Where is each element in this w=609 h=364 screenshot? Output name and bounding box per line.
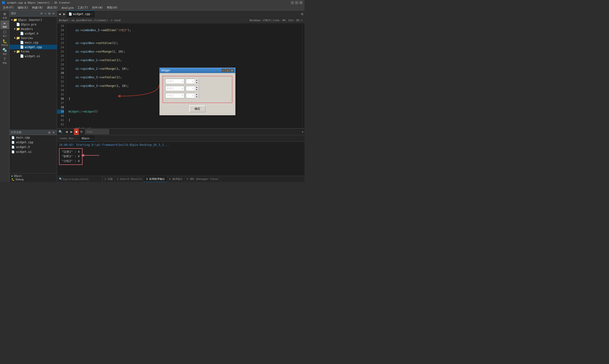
widget-row-1: 汉堡1 ▾ 4 ▲ ▼ — [165, 79, 230, 84]
tab-qspin[interactable]: QSpin ✕ — [79, 135, 95, 142]
widget-minimize-btn[interactable]: ─ — [221, 69, 225, 72]
menu-file[interactable]: 文件(F) — [1, 5, 16, 10]
bottom-panel-toolbar: 🔍 ◀ ▶ ■ ⚙ + — [57, 129, 305, 135]
open-doc-widget-ui[interactable]: 📄 widget.ui — [10, 149, 57, 154]
qspin-nav-item[interactable]: ▶ QSpin — [12, 174, 22, 178]
qspin-tab-close[interactable]: ✕ — [91, 137, 92, 140]
output-snack: "小吃2" : 4 — [62, 159, 80, 163]
bottom-status-tabs: 🔍 1 问题 2 Search Results 3 应用程序输出 4 编译输出 … — [57, 176, 305, 182]
minimize-button[interactable]: ─ — [291, 1, 294, 4]
editor-tab-widget-cpp[interactable]: 📄 widget.cpp ✕ — [67, 11, 95, 17]
open-doc-widget-h[interactable]: 📄 widget.h — [10, 145, 57, 149]
widget-combo-2[interactable]: 饮料1 ▾ — [165, 86, 184, 91]
tree-item-qspin-root[interactable]: ▼ 📁 QSpin [master] — [10, 18, 57, 22]
spin-3-down[interactable]: ▼ — [195, 96, 199, 98]
menu-build[interactable]: 构建(B) — [30, 5, 45, 10]
widget-combo-1[interactable]: 汉堡1 ▾ — [165, 79, 184, 84]
status-tab-qml[interactable]: 5 QML Debugger Conso — [185, 176, 220, 182]
menu-edit[interactable]: 编辑(E) — [16, 5, 30, 10]
expand-icon[interactable]: ⤢ — [300, 19, 303, 22]
sidebar-header: 项目 ⟳ + ⧉ ✕ — [10, 11, 57, 17]
tree-item-headers[interactable]: ▼ 📁 Headers — [10, 27, 57, 31]
tree-item-sources[interactable]: ▼ 📁 Sources — [10, 36, 57, 40]
tree-item-widget-ui[interactable]: 📄 widget.ui — [10, 54, 57, 58]
activity-welcome[interactable]: ⊞ 欢迎 — [0, 12, 9, 20]
code-scrollbar[interactable] — [302, 23, 305, 128]
debug-nav-item[interactable]: 🐛 Debug — [12, 178, 24, 181]
tree-item-forms[interactable]: ▼ 📁 Forms — [10, 49, 57, 54]
widget-row-2: 饮料1 ▾ 4 ▲ ▼ — [165, 86, 230, 91]
tab-close-btn[interactable]: ✕ — [91, 13, 92, 15]
open-doc-widget-cpp[interactable]: 📄 widget.cpp — [10, 140, 57, 145]
tab-combo-box[interactable]: Combo_Box ✕ — [57, 135, 79, 142]
menu-help[interactable]: 帮助(H) — [105, 5, 120, 10]
tree-item-main-cpp[interactable]: 📄 main.cpp — [10, 40, 57, 45]
activity-help[interactable]: ? 帮助 — [0, 57, 9, 65]
title-bar: 🟦 widget.cpp @ QSpin [master] - Qt Creat… — [0, 0, 305, 5]
activity-edit[interactable]: ✏ 编辑 — [0, 20, 9, 29]
tree-item-qspin-pro[interactable]: 📄 QSpin.pro — [10, 22, 57, 27]
sidebar-sync-btn[interactable]: ⟳ — [40, 12, 43, 15]
bottom-toolbar-prev[interactable]: ◀ — [64, 129, 69, 135]
debug-icon-nav: 🐛 — [12, 178, 15, 181]
activity-debug[interactable]: 🐛 Debug — [0, 39, 9, 47]
tab-icon: 📄 — [68, 12, 72, 16]
open-docs-split-btn[interactable]: ⧉ — [48, 130, 51, 134]
widget-close-btn[interactable]: ✕ — [230, 69, 234, 72]
doc-icon: 📄 — [12, 150, 15, 154]
menu-analyze[interactable]: Analyze — [60, 6, 76, 10]
widget-combo-3[interactable]: 小吃2 ▾ — [165, 93, 184, 98]
widget-maximize-btn[interactable]: □ — [226, 69, 230, 72]
bottom-toolbar-next[interactable]: ▶ — [69, 129, 74, 135]
activity-design[interactable]: ⬡ 设计 — [0, 29, 9, 38]
help-icon: ? — [4, 57, 6, 61]
bottom-toolbar-settings[interactable]: ⚙ — [79, 129, 84, 135]
status-tab-compile[interactable]: 4 编译输出 — [167, 176, 185, 182]
tab-back-btn[interactable]: ◀ — [57, 11, 62, 17]
activity-bar: ⊞ 欢迎 ✏ 编辑 ⬡ 设计 🐛 Debug 🔩 项目 ? 帮助 — [0, 11, 10, 182]
menu-controls[interactable]: 控件(W) — [90, 5, 105, 10]
sidebar-title: 项目 — [11, 12, 16, 15]
doc-icon: 📄 — [12, 136, 15, 139]
output-highlight-box: "汉堡1" : 4 "饮料1" : 4 "小吃2" : 4 — [59, 148, 83, 165]
spin-1-up[interactable]: ▲ — [195, 79, 199, 81]
maximize-button[interactable]: □ — [295, 1, 298, 4]
tree-item-widget-h[interactable]: 📄 widget.h — [10, 31, 57, 36]
bottom-toolbar-search[interactable]: 🔍 — [57, 129, 64, 135]
activity-edit-label: 编辑 — [3, 26, 7, 28]
menu-debug[interactable]: 调试(D) — [45, 5, 60, 10]
tab-split-btn[interactable]: ⧉ — [300, 11, 305, 17]
filter-input[interactable] — [85, 129, 109, 134]
menu-tools[interactable]: 工具(T) — [75, 5, 90, 10]
output-line-path: 16:06:02: Starting D:\qt-framework\build… — [59, 143, 303, 147]
spin-3-up[interactable]: ▲ — [195, 93, 199, 96]
spin-2-down[interactable]: ▼ — [195, 89, 199, 91]
widget-confirm-btn[interactable]: 确定 — [189, 105, 206, 112]
activity-project[interactable]: 🔩 项目 — [0, 48, 9, 56]
sidebar-add-btn[interactable]: + — [44, 12, 47, 15]
breadcrumb-function: Widget::on_pushButton_clicked() -> void — [59, 19, 120, 22]
bottom-toolbar-stop[interactable]: ■ — [74, 129, 79, 135]
locate-input[interactable] — [62, 178, 100, 181]
open-doc-main-cpp[interactable]: 📄 main.cpp — [10, 135, 57, 140]
menu-bar: 文件(F) 编辑(E) 构建(B) 调试(D) Analyze 工具(T) 控件… — [0, 5, 305, 11]
tab-forward-btn[interactable]: ▶ — [62, 11, 67, 17]
widget-spin-3: 4 ▲ ▼ — [186, 93, 199, 98]
sidebar-filter-btn[interactable]: ⧉ — [48, 12, 51, 15]
spin-2-up[interactable]: ▲ — [195, 86, 199, 89]
bottom-toolbar-plus[interactable]: + — [301, 129, 305, 135]
bottom-output: 16:06:02: Starting D:\qt-framework\build… — [57, 142, 305, 176]
project-icon: 🔩 — [2, 48, 7, 52]
open-docs-close-btn[interactable]: ✕ — [52, 130, 55, 134]
sidebar-close-btn[interactable]: ✕ — [52, 12, 55, 15]
combo-box-tab-close[interactable]: ✕ — [75, 137, 77, 140]
spin-1-down[interactable]: ▼ — [195, 81, 199, 84]
status-tab-problems[interactable]: 1 问题 — [103, 176, 115, 182]
status-tab-search[interactable]: 2 Search Results — [115, 176, 144, 182]
status-tab-output[interactable]: 3 应用程序输出 — [144, 176, 167, 182]
tree-item-widget-cpp[interactable]: 📄 widget.cpp — [10, 45, 57, 49]
search-icon-bottom: 🔍 — [59, 178, 62, 181]
editor-tab-bar: ◀ ▶ 📄 widget.cpp ✕ ⧉ — [57, 11, 305, 18]
tree-label-qspin: QSpin [master] — [18, 18, 42, 22]
close-button[interactable]: ✕ — [299, 1, 303, 4]
